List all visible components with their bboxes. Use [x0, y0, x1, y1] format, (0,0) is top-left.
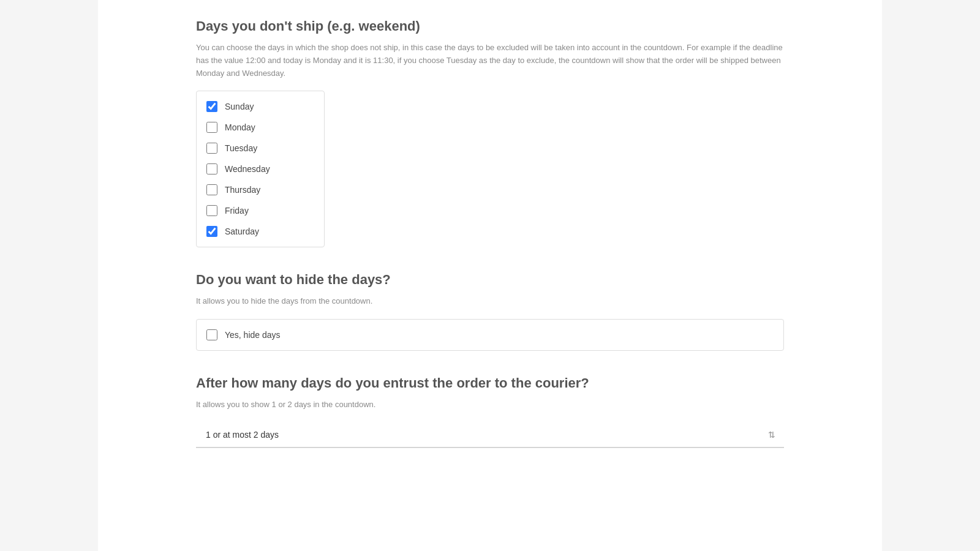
tuesday-label: Tuesday [225, 143, 257, 153]
friday-label: Friday [225, 206, 249, 216]
courier-days-title: After how many days do you entrust the o… [196, 375, 784, 391]
saturday-label: Saturday [225, 227, 259, 236]
thursday-label: Thursday [225, 185, 260, 195]
hide-days-checkbox[interactable] [206, 329, 217, 340]
monday-label: Monday [225, 122, 255, 132]
sunday-checkbox-item[interactable]: Sunday [197, 96, 324, 117]
friday-checkbox[interactable] [206, 205, 217, 216]
thursday-checkbox[interactable] [206, 184, 217, 195]
wednesday-checkbox-item[interactable]: Wednesday [197, 159, 324, 179]
wednesday-checkbox[interactable] [206, 163, 217, 174]
courier-days-select[interactable]: 1 or at most 2 days 1 day 2 days [196, 422, 784, 448]
wednesday-label: Wednesday [225, 164, 270, 174]
courier-days-description: It allows you to show 1 or 2 days in the… [196, 399, 784, 411]
hide-days-title: Do you want to hide the days? [196, 272, 784, 288]
monday-checkbox-item[interactable]: Monday [197, 117, 324, 138]
hide-days-checkbox-item[interactable]: Yes, hide days [197, 324, 783, 345]
hide-days-option-label: Yes, hide days [225, 330, 281, 340]
courier-days-divider [196, 448, 784, 448]
courier-days-select-wrapper: 1 or at most 2 days 1 day 2 days [196, 422, 784, 448]
hide-days-section: Do you want to hide the days? It allows … [196, 272, 784, 351]
hide-days-description: It allows you to hide the days from the … [196, 295, 784, 308]
sunday-checkbox[interactable] [206, 101, 217, 112]
monday-checkbox[interactable] [206, 122, 217, 133]
thursday-checkbox-item[interactable]: Thursday [197, 179, 324, 200]
sunday-label: Sunday [225, 102, 254, 111]
no-ship-days-section: Days you don't ship (e.g. weekend) You c… [196, 18, 784, 247]
tuesday-checkbox-item[interactable]: Tuesday [197, 138, 324, 159]
saturday-checkbox-item[interactable]: Saturday [197, 221, 324, 242]
no-ship-days-description: You can choose the days in which the sho… [196, 42, 784, 80]
hide-days-checkbox-group: Yes, hide days [196, 319, 784, 351]
saturday-checkbox[interactable] [206, 226, 217, 237]
days-checkbox-group: Sunday Monday Tuesday Wednesday Thursday [196, 91, 325, 247]
courier-days-section: After how many days do you entrust the o… [196, 375, 784, 448]
friday-checkbox-item[interactable]: Friday [197, 200, 324, 221]
no-ship-days-title: Days you don't ship (e.g. weekend) [196, 18, 784, 34]
tuesday-checkbox[interactable] [206, 143, 217, 154]
